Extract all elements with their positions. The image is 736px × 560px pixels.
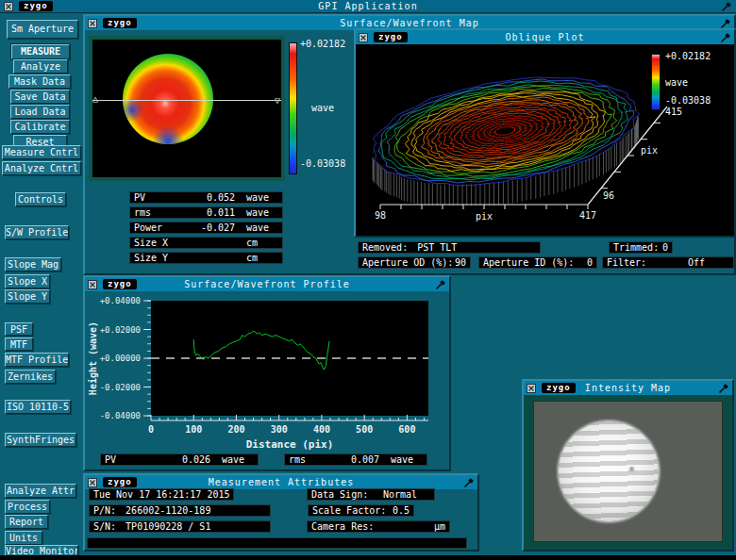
window-menu-icon[interactable] <box>359 33 368 42</box>
sidebar-item-synthfringes[interactable]: SynthFringes <box>5 433 76 447</box>
aperture-od-field[interactable]: Aperture OD (%): 90 <box>358 256 471 269</box>
sidebar-item-controls[interactable]: Controls <box>15 192 66 206</box>
oblique-colorbar-unit: wave <box>665 77 688 88</box>
oblique-plot-svg[interactable]: 98pix41796pix <box>356 44 734 236</box>
map-window-title: Surface/Wavefront Map <box>85 18 734 28</box>
sidebar-item-process[interactable]: Process <box>5 500 50 514</box>
timestamp: Tue Nov 17 16:21:17 2015 <box>93 489 230 500</box>
profile-slice-line[interactable] <box>92 100 281 101</box>
wrench-icon[interactable] <box>721 1 732 12</box>
svg-text:-0.04000: -0.04000 <box>100 411 141 420</box>
slice-marker-left[interactable] <box>92 94 98 104</box>
sidebar-item-mtf[interactable]: MTF <box>5 338 33 351</box>
svg-text:100: 100 <box>185 424 202 435</box>
sidebar-item-save-data[interactable]: Save Data <box>10 90 70 104</box>
oblique-window-titlebar: zygo Oblique Plot <box>356 30 734 44</box>
measurement-attributes-window: zygo Measurement Attributes Tue Nov 17 1… <box>83 473 479 552</box>
wrench-icon[interactable] <box>720 32 731 43</box>
trimmed-value: 0 <box>662 242 668 253</box>
svg-text:+0.00000: +0.00000 <box>100 354 141 363</box>
window-menu-icon[interactable] <box>4 2 13 11</box>
svg-text:Distance (pix): Distance (pix) <box>246 438 334 451</box>
wavefront-map-frame <box>89 36 285 181</box>
aperture-id-field[interactable]: Aperture ID (%): 0 <box>478 256 597 269</box>
svg-text:98: 98 <box>375 210 386 221</box>
window-menu-icon[interactable] <box>88 19 97 28</box>
wrench-icon[interactable] <box>718 383 729 394</box>
attributes-window-title: Measurement Attributes <box>85 477 477 487</box>
sidebar-item-psf[interactable]: PSF <box>5 322 33 336</box>
sidebar-item-mtf-profile[interactable]: MTF Profile <box>5 353 69 367</box>
sidebar-item-units[interactable]: Units <box>5 531 42 545</box>
wrench-icon[interactable] <box>720 18 731 29</box>
comment-field[interactable] <box>87 537 467 549</box>
sidebar-item-mask-data[interactable]: Mask Data <box>8 74 71 89</box>
aperture-id-label: Aperture ID (%): <box>483 257 574 268</box>
stat-field-size-y: Size Y cm <box>129 252 283 264</box>
sidebar-item-sw-profile[interactable]: S/W Profile <box>5 225 69 239</box>
intensity-beam-circle <box>559 421 659 521</box>
removed-value: PST TLT <box>417 242 457 253</box>
filter-field[interactable]: Filter: Off <box>602 256 734 269</box>
stat-value: -0.027 <box>201 222 235 233</box>
sidebar-item-iso-10110-5[interactable]: ISO 10110-5 <box>5 400 71 414</box>
svg-text:200: 200 <box>227 424 244 435</box>
sidebar-item-analyze-attr[interactable]: Analyze Attr <box>5 484 76 498</box>
removed-field: Removed: PST TLT <box>358 241 541 254</box>
window-menu-icon[interactable] <box>527 384 536 393</box>
stat-label: Size Y <box>134 253 168 263</box>
trimmed-field: Trimmed: 0 <box>609 241 673 254</box>
data-sign-label: Data Sign: <box>311 489 368 500</box>
profile-plot-svg[interactable]: 0100200300400500600+0.04000+0.02000+0.00… <box>85 291 449 453</box>
sidebar-item-zernikes[interactable]: Zernikes <box>5 370 56 384</box>
serial-number-field[interactable]: S/N: TP01090228 / S1 <box>89 520 271 533</box>
sidebar-item-load-data[interactable]: Load Data <box>10 105 70 119</box>
zygo-logo: zygo <box>19 1 53 11</box>
svg-text:-0.02000: -0.02000 <box>100 383 141 392</box>
data-sign-field[interactable]: Data Sign: Normal <box>307 488 435 501</box>
svg-text:+0.04000: +0.04000 <box>100 296 141 305</box>
oblique-colorbar <box>651 54 661 110</box>
sidebar-item-measure-cntrl[interactable]: Measure Cntrl <box>2 145 81 159</box>
intensity-image[interactable] <box>533 401 723 542</box>
zygo-logo: zygo <box>542 383 576 393</box>
svg-text:600: 600 <box>398 424 415 435</box>
intensity-map-window: zygo Intensity Map <box>522 379 734 552</box>
window-menu-icon[interactable] <box>88 280 97 289</box>
map-colorbar-unit: wave <box>311 103 334 113</box>
screen-bottom-strip <box>0 555 736 560</box>
profile-pv-field: PV 0.026 wave <box>100 453 259 466</box>
sidebar-item-slope-mag[interactable]: Slope Mag <box>5 257 61 272</box>
wrench-icon[interactable] <box>435 279 446 290</box>
sidebar-item-slope-y[interactable]: Slope Y <box>5 289 50 304</box>
sidebar-item-analyze[interactable]: Analyze <box>13 59 68 74</box>
sidebar-item-sm-aperture[interactable]: Sm Aperture <box>7 20 78 39</box>
camera-res-field[interactable]: Camera Res: µm <box>307 520 450 533</box>
sidebar-item-report[interactable]: Report <box>5 515 48 529</box>
wavefront-map-canvas[interactable] <box>92 40 281 177</box>
slice-marker-right[interactable] <box>275 96 280 106</box>
stat-label: rms <box>289 454 306 465</box>
wrench-icon[interactable] <box>463 477 475 488</box>
zygo-logo: zygo <box>103 18 137 28</box>
svg-text:96: 96 <box>603 190 614 201</box>
pn-label: P/N: <box>93 505 116 516</box>
stat-label: rms <box>134 207 151 218</box>
window-menu-icon[interactable] <box>88 478 97 487</box>
map-colorbar-min: -0.03038 <box>300 158 345 169</box>
scale-factor-label: Scale Factor: <box>312 505 386 516</box>
svg-text:+0.02000: +0.02000 <box>100 325 141 335</box>
sidebar-item-measure[interactable]: MEASURE <box>11 44 70 59</box>
svg-text:300: 300 <box>271 424 288 435</box>
scale-factor-field[interactable]: Scale Factor: 0.5 <box>308 504 414 517</box>
stat-value: 0.052 <box>207 192 235 203</box>
part-number-field[interactable]: P/N: 266002-1120-189 <box>89 504 271 517</box>
sidebar-item-calibrate[interactable]: Calibrate <box>10 120 70 134</box>
sn-value: TP01090228 / S1 <box>125 521 210 532</box>
svg-text:0: 0 <box>148 424 154 435</box>
svg-text:pix: pix <box>641 145 658 156</box>
sidebar-item-slope-x[interactable]: Slope X <box>5 274 50 288</box>
sidebar-item-analyze-cntrl[interactable]: Analyze Cntrl <box>2 161 81 175</box>
stat-label: Size X <box>134 238 168 248</box>
stat-field-size-x: Size X cm <box>129 237 283 249</box>
